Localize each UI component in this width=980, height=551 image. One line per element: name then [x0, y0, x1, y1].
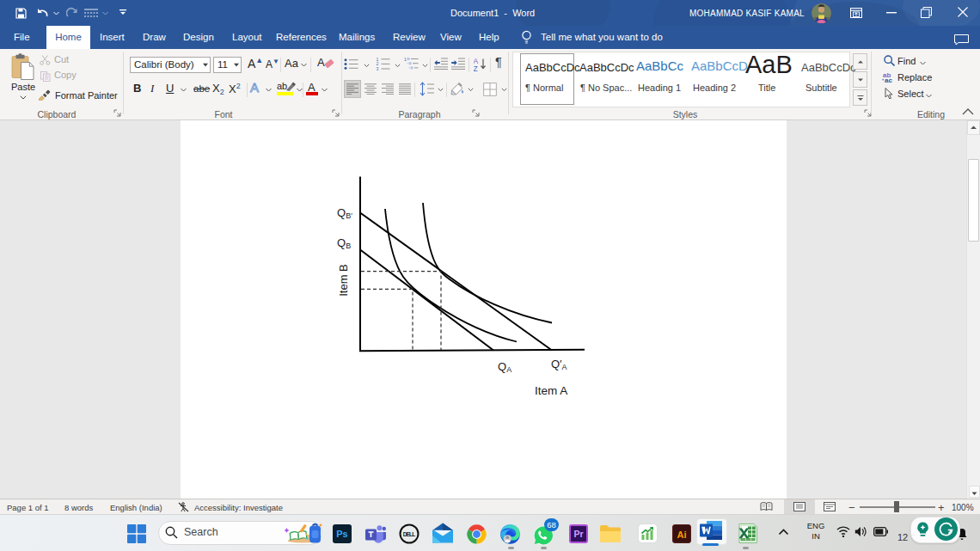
svg-text:Q′A: Q′A — [551, 358, 567, 371]
svg-text:DELL: DELL — [403, 531, 416, 537]
svg-text:QB: QB — [337, 236, 351, 250]
svg-text:Z: Z — [474, 64, 478, 72]
svg-text:ac: ac — [885, 77, 892, 83]
svg-text:QA: QA — [498, 360, 511, 374]
svg-text:3: 3 — [377, 66, 379, 70]
svg-text:Item B: Item B — [337, 264, 350, 297]
svg-text:QB′: QB′ — [337, 206, 352, 220]
svg-text:Item A: Item A — [535, 384, 567, 397]
svg-text:1: 1 — [404, 57, 407, 62]
